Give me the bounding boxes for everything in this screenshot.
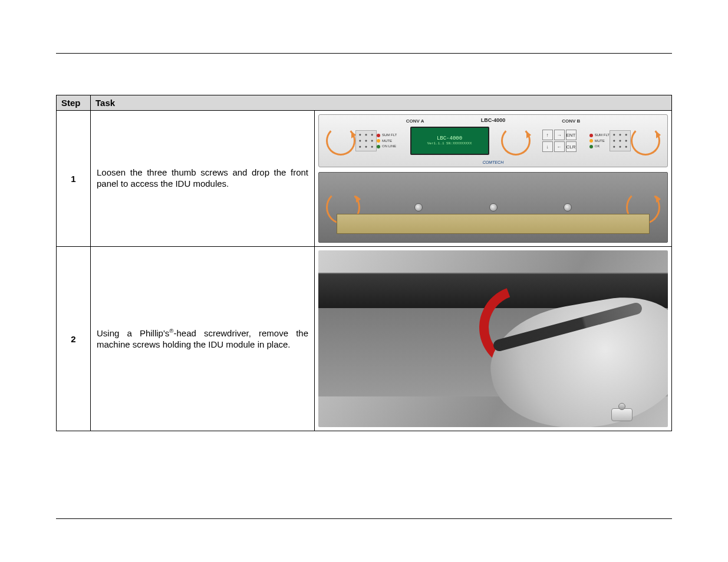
table-row: 1 Loosen the three thumb screws and drop… (57, 111, 672, 247)
key-right: → (554, 130, 565, 140)
internal-board (337, 214, 650, 234)
key-up: ↑ (542, 130, 553, 140)
conv-a-label: CONV A (406, 118, 424, 124)
bottom-divider (56, 518, 672, 519)
led-sum-flt: SUM FLT (377, 133, 397, 137)
rotate-arrow-icon (326, 126, 355, 156)
device-vendor-label: COMTECH (483, 160, 503, 164)
key-left: ← (554, 141, 565, 152)
led-mute: MUTE (377, 139, 397, 143)
task-images (315, 247, 672, 431)
status-leds-left: SUM FLT MUTE ON LINE (377, 133, 397, 148)
table-header-row: Step Task (57, 95, 672, 111)
task-description: Using a Phillip's®-head screwdriver, rem… (91, 247, 315, 431)
rotate-arrow-icon (501, 126, 531, 156)
step-number: 1 (57, 111, 91, 247)
led-sum-flt-r: SUM FLT (589, 133, 610, 137)
task-text-pre: Using a Phillip's (97, 328, 169, 338)
led-ok-r: OK (589, 144, 610, 148)
device-internal-view (318, 172, 668, 243)
device-images-stack: LBC-4000 COMTECH CONV A CONV B SUM FLT M… (318, 114, 668, 243)
task-images: LBC-4000 COMTECH CONV A CONV B SUM FLT M… (315, 111, 672, 247)
vent-grille-icon (610, 130, 631, 151)
rotate-arrow-icon (631, 126, 660, 156)
led-online: ON LINE (377, 144, 397, 148)
vent-grille-icon (355, 130, 377, 151)
task-table: Step Task 1 Loosen the three thumb screw… (56, 95, 672, 431)
lcd-line2: Ver1.1.1 SN:XXXXXXXXX (427, 142, 472, 146)
led-mute-r: MUTE (589, 139, 610, 143)
col-header-task: Task (91, 95, 672, 111)
key-clr: CLR (566, 141, 577, 152)
device-model-label: LBC-4000 (481, 117, 506, 123)
key-down: ↓ (542, 141, 553, 152)
lcd-display: LBC-4000 Ver1.1.1 SN:XXXXXXXXX (410, 127, 489, 155)
status-leds-right: SUM FLT MUTE OK (589, 133, 610, 148)
screwdriver-photo (318, 250, 668, 427)
screw-icon (414, 203, 423, 211)
keypad: ↑ → ENT ↓ ← CLR (542, 130, 577, 152)
screw-icon (564, 203, 572, 211)
device-front-panel: LBC-4000 COMTECH CONV A CONV B SUM FLT M… (318, 114, 668, 167)
key-ent: ENT (566, 130, 577, 140)
conv-b-label: CONV B (562, 118, 580, 124)
thumb-screw-icon (611, 408, 633, 421)
screw-icon (489, 203, 498, 211)
document-page: Step Task 1 Loosen the three thumb screw… (0, 0, 728, 562)
table-row: 2 Using a Phillip's®-head screwdriver, r… (57, 247, 672, 431)
top-divider (56, 53, 672, 54)
step-number: 2 (57, 247, 91, 431)
col-header-step: Step (57, 95, 91, 111)
panel-center-group: LBC-4000 Ver1.1.1 SN:XXXXXXXXX ↑ → ENT ↓ (397, 126, 589, 156)
task-description: Loosen the three thumb screws and drop t… (91, 111, 315, 247)
